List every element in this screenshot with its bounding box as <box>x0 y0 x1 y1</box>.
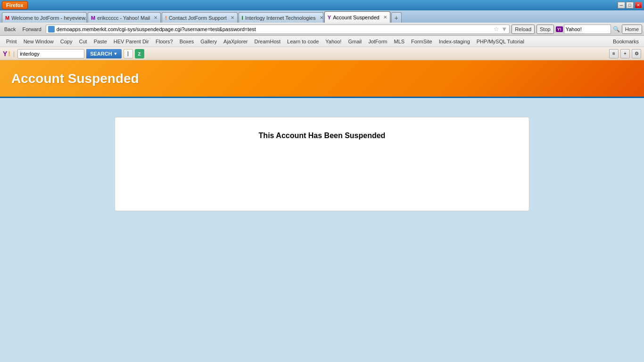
minimize-button[interactable]: ─ <box>618 2 625 8</box>
tab-label: Account Suspended <box>333 15 379 20</box>
toolbar-extras: ≡ + ⚙ <box>609 49 641 58</box>
tab-label: Welcome to JotForm - heyeview... <box>11 15 87 21</box>
yahoo-search-area: Y! 🔍 <box>556 25 620 34</box>
tab-close-icon[interactable]: ✕ <box>320 15 323 20</box>
window-controls: ─ □ ✕ <box>618 2 642 8</box>
tab-close-icon[interactable]: ✕ <box>383 15 387 20</box>
tab-label: erikccccc - Yahoo! Mail <box>97 15 150 21</box>
addon-icon[interactable]: z <box>135 49 144 58</box>
bookmarks-menu[interactable]: Bookmarks <box>611 38 641 45</box>
yahoo-toolbar-search-button[interactable]: SEARCH ▼ <box>86 49 121 58</box>
suspended-box: This Account Has Been Suspended <box>115 117 529 211</box>
bookmark-mls[interactable]: MLS <box>390 38 408 45</box>
tab-close-icon[interactable]: ✕ <box>231 15 234 20</box>
search-glass-icon: 🔍 <box>613 26 620 33</box>
bookmark-learn-to-code[interactable]: Learn to code <box>284 38 322 45</box>
bookmark-jotform[interactable]: JotForm <box>365 38 390 45</box>
yahoo-toolbar: Y ! | interlogy SEARCH ▼ | z ≡ + ⚙ <box>0 47 644 60</box>
bookmark-copy[interactable]: Copy <box>57 38 76 45</box>
bookmark-hev-parent-dir[interactable]: HEV Parent Dir <box>110 38 152 45</box>
yahoo-toolbar-search-box[interactable]: interlogy <box>17 49 84 58</box>
tab-icon: Y <box>328 15 331 20</box>
suspended-message: This Account Has Been Suspended <box>259 132 386 140</box>
bookmark-formsite[interactable]: FormSite <box>408 38 436 45</box>
bookmark-index-staging[interactable]: Index-staging <box>436 38 473 45</box>
bookmark-dreamhost[interactable]: DreamHost <box>251 38 284 45</box>
bookmark-gmail[interactable]: Gmail <box>345 38 365 45</box>
bookmark-ajaxplorer[interactable]: AjaXplorer <box>220 38 251 45</box>
yahoo-exclaim-mark: ! <box>8 50 10 58</box>
page-header-title: Account Suspended <box>11 71 139 86</box>
address-text: demoapps.memberkit.com/cgi-sys/suspended… <box>57 26 492 32</box>
tab-account-suspended[interactable]: Y Account Suspended ✕ <box>324 11 390 23</box>
yahoo-toolbar-logo: Y ! <box>3 50 10 58</box>
tabs-bar: M Welcome to JotForm - heyeview... ✕ M e… <box>0 10 644 23</box>
bookmark-print[interactable]: Print <box>3 38 20 45</box>
toolbar-add-icon[interactable]: + <box>620 49 630 58</box>
tab-icon: M <box>91 15 95 21</box>
address-icon <box>48 26 55 33</box>
forward-button[interactable]: Forward <box>20 25 43 33</box>
bookmarks-bar: Print New Window Copy Cut Paste HEV Pare… <box>0 36 644 47</box>
search-btn-label: SEARCH <box>90 51 112 57</box>
home-button[interactable]: Home <box>622 25 642 34</box>
page-content: This Account Has Been Suspended <box>0 98 644 362</box>
tab-yahoo-mail[interactable]: M erikccccc - Yahoo! Mail ✕ <box>88 12 161 23</box>
yahoo-toolbar-search-input[interactable]: interlogy <box>18 49 84 58</box>
tab-icon: M <box>5 15 9 21</box>
tab-label: Interlogy Internet Technologies <box>245 15 316 21</box>
yahoo-search-input[interactable] <box>564 25 611 34</box>
new-tab-button[interactable]: + <box>391 12 402 23</box>
bookmark-gallery[interactable]: Gallery <box>197 38 220 45</box>
tab-icon: I <box>242 15 243 21</box>
firefox-menu-button[interactable]: Firefox <box>2 1 28 9</box>
bookmark-floors[interactable]: Floors? <box>152 38 176 45</box>
bookmark-star-icon[interactable]: ☆ <box>494 25 499 33</box>
yahoo-search-logo: Y! <box>556 26 563 32</box>
close-button[interactable]: ✕ <box>635 2 642 8</box>
toolbar-settings-icon[interactable]: ⚙ <box>632 49 641 58</box>
tab-jotform-support[interactable]: ! Contact JotForm Support ✕ <box>162 12 238 23</box>
bookmark-php-mysql[interactable]: PHP/MySQL Tutorial <box>473 38 528 45</box>
toolbar-list-icon[interactable]: ≡ <box>609 49 619 58</box>
title-bar: Firefox ─ □ ✕ <box>0 0 644 10</box>
toolbar-separator-icon: | <box>124 49 133 58</box>
bookmark-new-window[interactable]: New Window <box>20 38 57 45</box>
bookmark-yahoo[interactable]: Yahoo! <box>322 38 345 45</box>
reload-button[interactable]: Reload <box>512 25 535 34</box>
nav-bar: Back Forward demoapps.memberkit.com/cgi-… <box>0 23 644 36</box>
bookmark-paste[interactable]: Paste <box>91 38 110 45</box>
toolbar-separator: | <box>13 50 15 57</box>
tab-close-icon[interactable]: ✕ <box>154 15 157 20</box>
address-bar[interactable]: demoapps.memberkit.com/cgi-sys/suspended… <box>46 25 510 34</box>
yahoo-y-letter: Y <box>3 50 7 58</box>
tab-label: Contact JotForm Support <box>169 15 227 21</box>
tab-interlogy[interactable]: I Interlogy Internet Technologies ✕ <box>239 12 323 23</box>
stop-button[interactable]: Stop <box>537 25 554 34</box>
bookmark-cut[interactable]: Cut <box>76 38 91 45</box>
tab-icon: ! <box>165 15 167 21</box>
tab-jotform[interactable]: M Welcome to JotForm - heyeview... ✕ <box>2 12 87 23</box>
page-header: Account Suspended <box>0 60 644 98</box>
bookmark-boxes[interactable]: Boxes <box>176 38 198 45</box>
bookmark-star2-icon[interactable]: ▼ <box>501 25 507 33</box>
back-button[interactable]: Back <box>2 25 18 33</box>
title-bar-left: Firefox <box>2 1 28 9</box>
search-dropdown-icon: ▼ <box>114 51 118 56</box>
maximize-button[interactable]: □ <box>626 2 634 8</box>
